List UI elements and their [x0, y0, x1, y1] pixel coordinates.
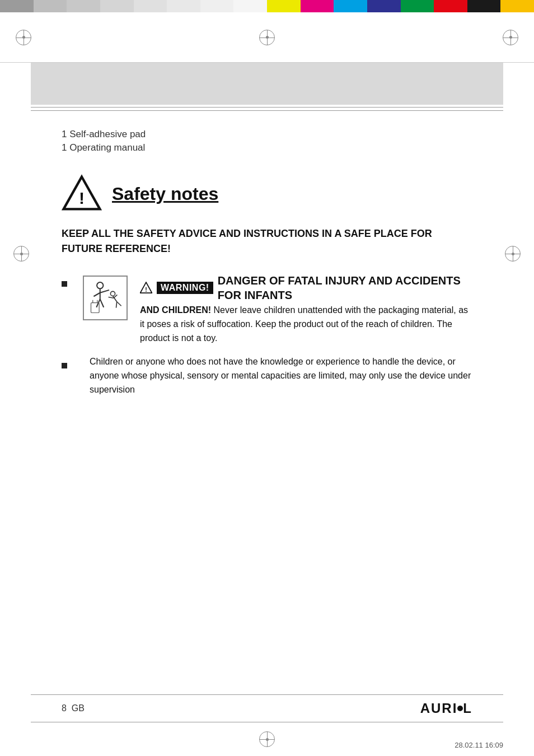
svg-point-2 — [97, 282, 103, 288]
footer-brand-logo: AURIL — [420, 701, 472, 716]
safety-advisory-text: KEEP ALL THE SAFETY ADVICE AND INSTRUCTI… — [62, 226, 472, 256]
right-reg-mark-mid — [505, 246, 521, 262]
right-reg-mark-top — [503, 30, 518, 45]
center-reg-mark-bottom — [259, 731, 275, 747]
warning-triangle-icon: ! — [62, 174, 102, 214]
footer-page-number: 8 GB — [62, 703, 85, 713]
infant-danger-icon — [87, 280, 124, 316]
svg-line-7 — [100, 299, 104, 307]
list-item-1: 1 Self-adhesive pad — [62, 129, 472, 140]
bullet-section-2: Children or anyone who does not have the… — [62, 355, 472, 396]
footer-content: 8 GB AURIL — [0, 695, 534, 722]
bullet-square-1 — [62, 281, 67, 287]
bullet-col-2 — [62, 355, 83, 396]
warning-badge-row: ! WARNING! DANGER OF FATAL INJURY AND AC… — [140, 273, 472, 302]
list-item-2: 1 Operating manual — [62, 142, 472, 153]
svg-line-4 — [93, 292, 100, 296]
header-line-1 — [31, 107, 503, 108]
bullet-square-2 — [62, 363, 67, 368]
warning-body-text: AND CHILDREN! Never leave children unatt… — [140, 304, 472, 345]
footer: 8 GB AURIL 28.02.11 16:09 — [0, 694, 534, 756]
item-list: 1 Self-adhesive pad 1 Operating manual — [62, 129, 472, 153]
color-bar — [0, 0, 534, 12]
warning-badge-triangle-icon: ! — [140, 282, 152, 294]
safety-header: ! Safety notes — [62, 174, 472, 214]
safety-title: Safety notes — [112, 184, 218, 204]
warning-icon-box — [83, 276, 128, 320]
footer-timestamp: 28.02.11 16:09 — [455, 741, 503, 749]
left-reg-mark-mid — [13, 246, 29, 262]
svg-line-13 — [116, 301, 121, 307]
top-registration-area — [0, 12, 534, 63]
bullet-col-1 — [62, 273, 83, 345]
bottom-registration-area: 28.02.11 16:09 — [0, 722, 534, 756]
svg-line-6 — [96, 299, 100, 307]
center-reg-mark-top — [259, 30, 275, 45]
svg-text:!: ! — [145, 286, 147, 293]
content-area: 1 Self-adhesive pad 1 Operating manual !… — [62, 111, 472, 397]
svg-line-5 — [100, 290, 109, 292]
warning-text-col: ! WARNING! DANGER OF FATAL INJURY AND AC… — [133, 273, 472, 345]
left-reg-mark-top — [16, 30, 31, 45]
warning-block-infants: ! WARNING! DANGER OF FATAL INJURY AND AC… — [62, 273, 472, 345]
svg-point-8 — [110, 291, 115, 296]
main-content-section: 1 Self-adhesive pad 1 Operating manual !… — [0, 111, 534, 397]
warning-title: DANGER OF FATAL INJURY AND ACCIDENTS FOR… — [218, 273, 472, 302]
bullet-2-text: Children or anyone who does not have the… — [83, 355, 472, 396]
warning-icon-col — [83, 273, 133, 345]
warning-badge-label: WARNING! — [157, 282, 213, 294]
warning-body-bold: AND CHILDREN! — [140, 305, 211, 315]
svg-text:!: ! — [79, 189, 85, 207]
gray-header-block — [31, 63, 503, 105]
